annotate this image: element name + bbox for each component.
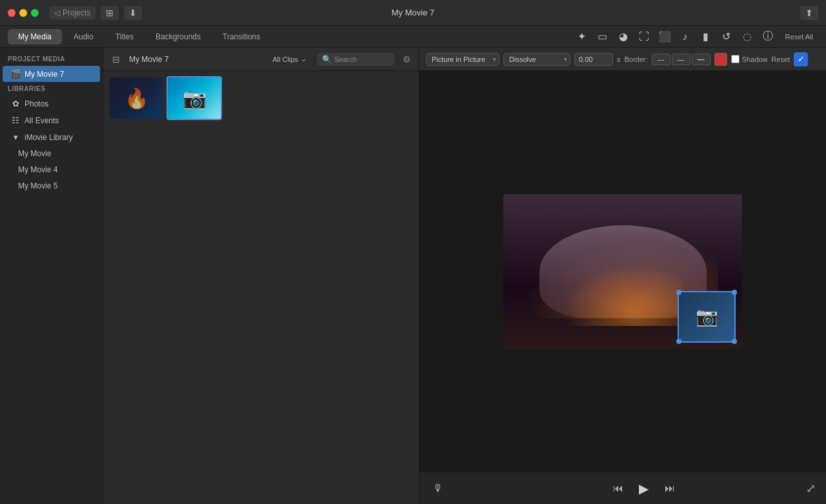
sidebar-item-label: Photos: [25, 99, 48, 108]
media-header: ⊟ My Movie 7 All Clips ⌄ 🔍 ⚙: [103, 48, 419, 71]
reset-all-button[interactable]: Reset All: [780, 31, 818, 43]
chevron-left-icon: ◁: [54, 8, 60, 17]
media-browser: ⊟ My Movie 7 All Clips ⌄ 🔍 ⚙ 🔥: [103, 48, 419, 504]
rect-tool-button[interactable]: ▭: [594, 28, 611, 45]
project-media-section-title: PROJECT MEDIA: [0, 53, 103, 65]
close-button[interactable]: [8, 9, 15, 17]
border-style-dashed-button[interactable]: ---: [652, 54, 670, 65]
tab-transitions[interactable]: Transitions: [212, 29, 270, 45]
sidebar-item-all-events[interactable]: ☷ All Events: [3, 112, 100, 128]
sidebar-item-label: All Events: [25, 116, 59, 125]
library-icon: ▾: [10, 132, 21, 142]
photos-icon: ✿: [10, 99, 21, 108]
bars-tool-button[interactable]: ▮: [698, 28, 714, 45]
sidebar-item-label: My Movie 7: [25, 70, 64, 79]
search-icon: 🔍: [322, 55, 332, 64]
dissolve-select[interactable]: Dissolve None Cross Dissolve: [503, 53, 570, 66]
gear-settings-button[interactable]: ⚙: [399, 52, 414, 66]
app-title: My Movie 7: [392, 8, 434, 17]
duration-input[interactable]: [574, 53, 613, 66]
crop-tool-button[interactable]: ⛶: [636, 28, 652, 45]
sidebar-item-my-movie-5[interactable]: My Movie 5: [3, 178, 100, 194]
sidebar-item-my-movie-7[interactable]: 🎬 My Movie 7: [3, 66, 100, 82]
media-thumbnail[interactable]: 🔥: [108, 76, 164, 120]
sidebar: PROJECT MEDIA 🎬 My Movie 7 LIBRARIES ✿ P…: [0, 48, 103, 504]
tab-titles[interactable]: Titles: [105, 29, 144, 45]
title-bar-left: ◁ Projects ⊞ ⬇: [8, 6, 142, 20]
shadow-checkbox-wrapper: Shadow: [731, 55, 768, 63]
dropdown-arrow-icon: ⌄: [301, 55, 307, 63]
video-canvas: 📷: [503, 194, 742, 349]
grid-view-button[interactable]: ⊞: [101, 6, 119, 20]
reset-button[interactable]: Reset: [771, 55, 790, 63]
sidebar-item-label: My Movie: [18, 149, 51, 158]
picture-in-picture-select[interactable]: Picture in Picture Side by Side Cutaway: [426, 53, 499, 66]
sidebar-toggle-button[interactable]: ⊟: [108, 53, 124, 66]
all-clips-button[interactable]: All Clips ⌄: [267, 53, 312, 65]
share-button[interactable]: ⬆: [800, 6, 818, 20]
pip-handle-tr[interactable]: [732, 290, 737, 295]
events-icon: ☷: [10, 116, 21, 125]
shadow-checkbox[interactable]: [731, 55, 740, 63]
traffic-lights: [8, 9, 39, 17]
search-input[interactable]: [334, 55, 386, 63]
pip-handle-br[interactable]: [732, 339, 737, 344]
skip-back-button[interactable]: ⏮: [610, 480, 626, 497]
title-bar: ◁ Projects ⊞ ⬇ My Movie 7 ⬆: [0, 0, 826, 26]
down-arrow-button[interactable]: ⬇: [124, 6, 142, 20]
title-bar-right: ⬆: [800, 6, 818, 20]
media-thumbnail[interactable]: 📷: [166, 76, 222, 120]
sidebar-item-my-movie[interactable]: My Movie: [3, 146, 100, 161]
playback-left: 🎙: [430, 480, 481, 497]
movie-icon: 🎬: [10, 69, 21, 79]
sidebar-item-imovie-library[interactable]: ▾ iMovie Library: [3, 129, 100, 145]
main-layout: PROJECT MEDIA 🎬 My Movie 7 LIBRARIES ✿ P…: [0, 48, 826, 504]
microphone-button[interactable]: 🎙: [430, 480, 447, 497]
video-preview: 📷: [419, 71, 826, 472]
speed-tool-button[interactable]: ↺: [718, 28, 735, 45]
filter-tool-button[interactable]: ◌: [739, 28, 756, 45]
duration-suffix: s: [617, 55, 621, 63]
play-button[interactable]: ▶: [634, 478, 654, 499]
pip-toolbar: Picture in Picture Side by Side Cutaway …: [419, 48, 826, 71]
pip-handle-tl[interactable]: [676, 290, 681, 295]
sidebar-item-label: iMovie Library: [25, 133, 73, 142]
tab-audio[interactable]: Audio: [63, 29, 104, 45]
nav-tabs-left: My Media Audio Titles Backgrounds Transi…: [8, 29, 270, 45]
sidebar-item-label: My Movie 4: [18, 165, 57, 174]
tab-backgrounds[interactable]: Backgrounds: [145, 29, 211, 45]
playback-center: ⏮ ▶ ⏭: [610, 478, 678, 499]
pip-handle-bl[interactable]: [676, 339, 681, 344]
media-grid: 🔥 📷: [103, 71, 419, 504]
preview-panel: Picture in Picture Side by Side Cutaway …: [419, 48, 826, 504]
volume-tool-button[interactable]: ♪: [677, 28, 694, 45]
dissolve-select-wrapper: Dissolve None Cross Dissolve ▾: [503, 53, 570, 66]
playback-right: ⤢: [806, 481, 816, 496]
sidebar-item-my-movie-4[interactable]: My Movie 4: [3, 162, 100, 177]
fullscreen-button[interactable]: ⤢: [806, 481, 816, 496]
border-style-thin-button[interactable]: —: [672, 54, 690, 65]
skip-forward-button[interactable]: ⏭: [662, 480, 678, 497]
border-color-swatch[interactable]: [714, 53, 727, 66]
color-tool-button[interactable]: ◕: [615, 28, 632, 45]
maximize-button[interactable]: [31, 9, 39, 17]
picture-in-picture-select-wrapper: Picture in Picture Side by Side Cutaway …: [426, 53, 499, 66]
sidebar-item-photos[interactable]: ✿ Photos: [3, 96, 100, 112]
nav-tabs-right: ✦ ▭ ◕ ⛶ ⬛ ♪ ▮ ↺ ◌ ⓘ Reset All: [574, 28, 818, 45]
confirm-button[interactable]: ✓: [794, 52, 808, 66]
libraries-section-title: LIBRARIES: [0, 83, 103, 95]
projects-back-button[interactable]: ◁ Projects: [49, 6, 96, 19]
border-style-buttons: --- — —: [652, 54, 710, 65]
info-tool-button[interactable]: ⓘ: [760, 28, 776, 45]
content-area: ⊟ My Movie 7 All Clips ⌄ 🔍 ⚙ 🔥: [103, 48, 826, 504]
border-style-thick-button[interactable]: —: [692, 54, 710, 65]
wand-tool-button[interactable]: ✦: [574, 28, 590, 45]
media-title: My Movie 7: [129, 55, 262, 64]
search-box: 🔍: [317, 53, 394, 66]
projects-label: Projects: [63, 8, 90, 17]
nav-tabs: My Media Audio Titles Backgrounds Transi…: [0, 26, 826, 48]
minimize-button[interactable]: [19, 9, 27, 17]
pip-overlay[interactable]: 📷: [678, 291, 736, 343]
camera-tool-button[interactable]: ⬛: [656, 28, 673, 45]
tab-my-media[interactable]: My Media: [8, 29, 62, 45]
